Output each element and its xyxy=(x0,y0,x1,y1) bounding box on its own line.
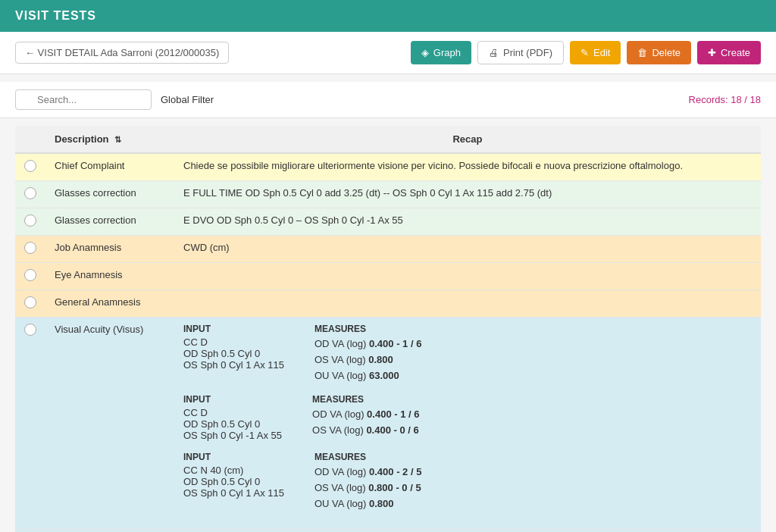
measure-block: INPUT CC N 40 (cm)OD Sph 0.5 Cyl 0OS Sph… xyxy=(183,452,752,512)
radio-button[interactable] xyxy=(24,269,36,281)
row-radio-cell xyxy=(15,208,45,236)
th-recap: Recap xyxy=(174,126,761,153)
delete-icon: 🗑 xyxy=(637,47,647,58)
row-description: General Anamnesis xyxy=(45,290,174,318)
radio-button[interactable] xyxy=(24,296,36,308)
row-radio-cell xyxy=(15,153,45,181)
row-description: Accomodazione xyxy=(45,529,174,532)
row-description: Glasses correction xyxy=(45,208,174,236)
row-recap: E FULL TIME OD Sph 0.5 Cyl 0 add 3.25 (d… xyxy=(174,181,761,208)
radio-button[interactable] xyxy=(24,242,36,254)
row-description: Chief Complaint xyxy=(45,153,174,181)
row-radio-cell xyxy=(15,318,45,530)
radio-button[interactable] xyxy=(24,187,36,199)
row-recap xyxy=(174,263,761,290)
table-row: Accomodazione INPUT CC Push UpOD Sph 0.5… xyxy=(15,529,761,532)
row-recap: INPUT CC Push UpOD Sph 0.5 Cyl 0 MEASURE… xyxy=(174,529,761,532)
main-content: Description ⇅ Recap Chief Complaint Chie… xyxy=(0,126,776,532)
filter-left: 🔍 Global Filter xyxy=(15,89,214,110)
toolbar: ← VISIT DETAIL Ada Sarroni (2012/000035)… xyxy=(0,32,776,74)
table-row: Eye Anamnesis xyxy=(15,263,761,290)
row-recap: INPUT CC DOD Sph 0.5 Cyl 0OS Sph 0 Cyl 1… xyxy=(174,318,761,530)
table-row: Chief Complaint Chiede se possibile migl… xyxy=(15,153,761,181)
delete-button[interactable]: 🗑 Delete xyxy=(627,41,691,64)
input-section: INPUT CC DOD Sph 0.5 Cyl 0OS Sph 0 Cyl -… xyxy=(183,394,282,441)
row-recap xyxy=(174,290,761,318)
edit-icon: ✎ xyxy=(580,47,589,58)
input-section: INPUT CC DOD Sph 0.5 Cyl 0OS Sph 0 Cyl 1… xyxy=(183,324,284,383)
table-row: Job Anamnesis CWD (cm) xyxy=(15,236,761,263)
radio-button[interactable] xyxy=(24,160,36,172)
measure-block: INPUT CC DOD Sph 0.5 Cyl 0OS Sph 0 Cyl -… xyxy=(183,394,752,441)
measures-section: MEASURES OD VA (log) 0.400 - 1 / 6OS VA … xyxy=(312,394,419,441)
table-header-row: Description ⇅ Recap xyxy=(15,126,761,153)
print-icon: 🖨 xyxy=(489,47,499,58)
radio-button[interactable] xyxy=(24,324,36,336)
visit-tests-table: Description ⇅ Recap Chief Complaint Chie… xyxy=(15,126,761,532)
th-description: Description ⇅ xyxy=(45,126,174,153)
table-row: Glasses correction E FULL TIME OD Sph 0.… xyxy=(15,181,761,208)
graph-icon: ◈ xyxy=(421,47,429,58)
row-description: Job Anamnesis xyxy=(45,236,174,263)
row-radio-cell xyxy=(15,263,45,290)
th-radio xyxy=(15,126,45,153)
page-title: VISIT TESTS xyxy=(0,0,776,32)
toolbar-buttons: ◈ Graph 🖨 Print (PDF) ✎ Edit 🗑 Delete ✚ … xyxy=(411,41,761,64)
row-radio-cell xyxy=(15,290,45,318)
measure-block: INPUT CC DOD Sph 0.5 Cyl 0OS Sph 0 Cyl 1… xyxy=(183,324,752,383)
row-description: Glasses correction xyxy=(45,181,174,208)
radio-button[interactable] xyxy=(24,214,36,227)
filter-bar: 🔍 Global Filter Records: 18 / 18 xyxy=(0,82,776,118)
search-input[interactable] xyxy=(15,89,152,110)
row-radio-cell xyxy=(15,181,45,208)
row-radio-cell xyxy=(15,529,45,532)
row-recap: Chiede se possibile migliorare ulteriorm… xyxy=(174,153,761,181)
graph-button[interactable]: ◈ Graph xyxy=(411,41,471,64)
search-wrapper: 🔍 xyxy=(15,89,152,110)
records-count: Records: 18 / 18 xyxy=(689,94,761,105)
measures-section: MEASURES OD VA (log) 0.400 - 2 / 5OS VA … xyxy=(314,452,421,512)
row-recap: CWD (cm) xyxy=(174,236,761,263)
input-section: INPUT CC N 40 (cm)OD Sph 0.5 Cyl 0OS Sph… xyxy=(183,452,284,512)
row-description: Eye Anamnesis xyxy=(45,263,174,290)
table-row: Glasses correction E DVO OD Sph 0.5 Cyl … xyxy=(15,208,761,236)
measures-section: MEASURES OD VA (log) 0.400 - 1 / 6OS VA … xyxy=(314,324,421,383)
table-row: Visual Acuity (Visus) INPUT CC DOD Sph 0… xyxy=(15,318,761,530)
print-button[interactable]: 🖨 Print (PDF) xyxy=(477,41,564,64)
row-radio-cell xyxy=(15,236,45,263)
row-recap: E DVO OD Sph 0.5 Cyl 0 – OS Sph 0 Cyl -1… xyxy=(174,208,761,236)
back-link[interactable]: ← VISIT DETAIL Ada Sarroni (2012/000035) xyxy=(15,42,229,64)
edit-button[interactable]: ✎ Edit xyxy=(570,41,621,64)
global-filter-label: Global Filter xyxy=(161,94,214,105)
sort-icon: ⇅ xyxy=(114,135,121,144)
row-description: Visual Acuity (Visus) xyxy=(45,318,174,530)
table-row: General Anamnesis xyxy=(15,290,761,318)
create-button[interactable]: ✚ Create xyxy=(697,41,761,64)
create-icon: ✚ xyxy=(708,47,716,58)
